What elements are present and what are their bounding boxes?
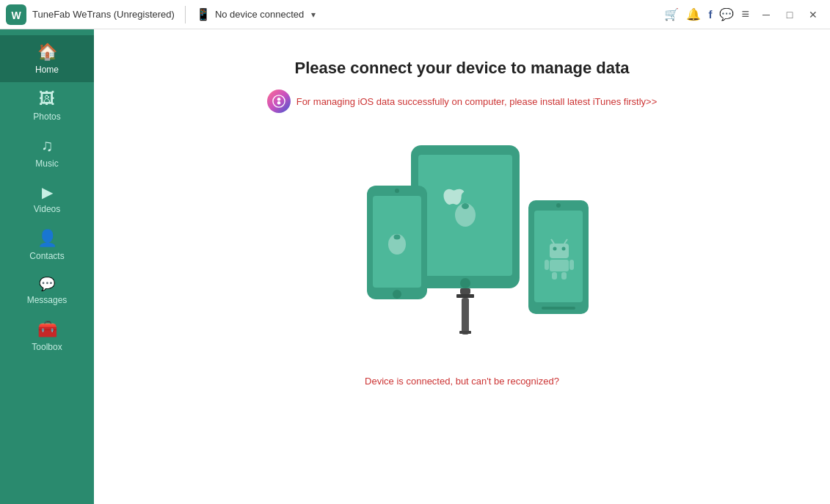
app-title: TuneFab WeTrans (Unregistered) (32, 9, 175, 20)
sidebar-label-messages: Messages (27, 295, 68, 305)
chevron-down-icon: ▾ (311, 10, 316, 20)
itunes-icon (267, 90, 291, 113)
svg-rect-27 (569, 260, 574, 270)
sidebar-item-messages[interactable]: 💬 Messages (0, 269, 94, 313)
sidebar-label-home: Home (35, 65, 59, 75)
sidebar-item-contacts[interactable]: 👤 Contacts (0, 222, 94, 269)
app-logo: W (6, 4, 26, 25)
sidebar-label-music: Music (35, 158, 58, 169)
svg-text:W: W (11, 10, 21, 21)
maximize-button[interactable]: □ (779, 4, 801, 26)
itunes-notice: For managing iOS data successfully on co… (267, 90, 658, 113)
svg-point-7 (460, 278, 470, 288)
svg-point-3 (277, 98, 280, 101)
sidebar-item-music[interactable]: ♫ Music (0, 129, 94, 176)
svg-rect-31 (456, 294, 474, 298)
sidebar-label-toolbox: Toolbox (32, 342, 62, 352)
svg-point-12 (393, 290, 401, 299)
svg-point-19 (556, 203, 561, 208)
main-layout: 🏠 Home 🖼 Photos ♫ Music ▶ Videos 👤 Conta… (0, 29, 830, 504)
itunes-link[interactable]: For managing iOS data successfully on co… (296, 96, 658, 107)
messages-icon: 💬 (39, 276, 55, 292)
svg-rect-30 (460, 288, 470, 294)
title-bar: W TuneFab WeTrans (Unregistered) 📱 No de… (0, 0, 830, 29)
sidebar-item-toolbox[interactable]: 🧰 Toolbox (0, 313, 94, 359)
svg-point-22 (561, 247, 565, 251)
cart-icon[interactable]: 🛒 (664, 7, 679, 21)
svg-point-21 (553, 247, 556, 251)
close-button[interactable]: ✕ (802, 4, 824, 26)
photos-icon: 🖼 (39, 90, 55, 109)
sidebar: 🏠 Home 🖼 Photos ♫ Music ▶ Videos 👤 Conta… (0, 29, 94, 504)
sidebar-item-videos[interactable]: ▶ Videos (0, 176, 94, 222)
sidebar-label-photos: Photos (33, 112, 60, 122)
sidebar-item-home[interactable]: 🏠 Home (0, 35, 94, 82)
device-phone-icon: 📱 (196, 7, 211, 21)
videos-icon: ▶ (42, 183, 53, 201)
svg-rect-4 (277, 101, 280, 105)
bell-icon[interactable]: 🔔 (686, 7, 701, 21)
minimize-button[interactable]: ─ (755, 4, 777, 26)
sidebar-item-photos[interactable]: 🖼 Photos (0, 82, 94, 129)
chat-icon[interactable]: 💬 (719, 7, 734, 21)
sidebar-label-videos: Videos (34, 204, 60, 214)
music-icon: ♫ (41, 136, 54, 156)
title-divider (185, 6, 186, 23)
home-icon: 🏠 (37, 43, 57, 62)
device-selector[interactable]: 📱 No device connected ▾ (196, 7, 316, 21)
svg-rect-32 (462, 298, 469, 335)
svg-point-13 (395, 189, 399, 193)
svg-point-9 (462, 203, 469, 209)
svg-rect-25 (550, 260, 569, 271)
content-area: Please connect your device to manage dat… (94, 29, 830, 504)
facebook-icon[interactable]: f (708, 8, 712, 21)
recognition-link[interactable]: Device is connected, but can't be recogn… (365, 376, 559, 387)
contacts-icon: 👤 (37, 229, 57, 248)
svg-rect-29 (561, 272, 567, 280)
sidebar-label-contacts: Contacts (29, 251, 64, 261)
svg-rect-20 (550, 244, 569, 258)
svg-rect-33 (459, 331, 471, 334)
page-title: Please connect your device to manage dat… (294, 59, 629, 78)
device-illustration (286, 131, 638, 358)
svg-rect-28 (552, 272, 557, 280)
menu-icon[interactable]: ≡ (741, 7, 749, 22)
toolbox-icon: 🧰 (37, 320, 57, 339)
device-name: No device connected (215, 9, 304, 20)
svg-rect-26 (545, 260, 549, 270)
svg-point-15 (393, 235, 400, 240)
window-controls: ─ □ ✕ (755, 4, 824, 26)
title-actions: 🛒 🔔 f 💬 ≡ (664, 7, 749, 22)
devices-svg (286, 131, 638, 358)
svg-rect-18 (542, 307, 575, 310)
